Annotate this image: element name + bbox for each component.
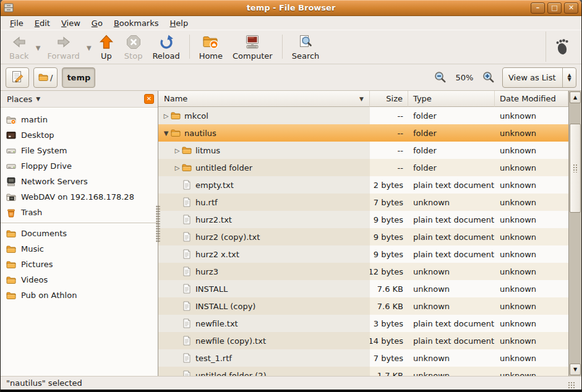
column-label: Type [413,94,432,103]
file-row-newfile-txt[interactable]: newfile.txt3 bytesplain text documentunk… [158,315,568,332]
file-row-hurz3[interactable]: hurz312 bytesunknownunknown [158,263,568,280]
zoom-in-icon [482,70,495,84]
file-name: hurz2.txt [195,215,232,224]
column-header-date-modified[interactable]: Date Modified [495,91,568,107]
file-date-modified: unknown [495,263,568,280]
file-type: folder [408,107,495,124]
expander-collapsed-icon[interactable]: ▷ [173,164,182,171]
zoom-out-button[interactable] [433,70,448,85]
back-dropdown-icon[interactable]: ▼ [34,42,43,51]
sidebar-item-label: Desktop [21,130,54,140]
zoom-in-button[interactable] [481,70,496,85]
pane-splitter[interactable] [156,205,160,242]
minimize-button[interactable]: – [531,2,545,14]
view-mode-label: View as List [503,73,562,82]
file-name: untitled folder (2) [195,371,267,377]
reload-button[interactable]: Reload [147,32,184,62]
file-date-modified: unknown [495,194,568,211]
file-type: plain text document [408,228,495,245]
file-size: 7 bytes [370,194,408,211]
vertical-scrollbar[interactable]: ▲ ▼ [568,91,581,376]
file-name: hurz2 (copy).txt [195,232,260,242]
scrollbar-thumb[interactable] [570,124,581,213]
file-type: folder [408,142,495,159]
stop-icon [126,33,142,51]
file-row-nautilus[interactable]: ▼nautilus--folderunknown [158,124,568,142]
edit-location-button[interactable] [6,67,29,88]
folder-icon [6,229,16,239]
text-file-icon [182,215,192,224]
sidebar-item-music[interactable]: Music [1,241,158,257]
places-close-button[interactable]: ✕ [144,94,154,104]
file-row-untitled-folder-2-[interactable]: untitled folder (2)1.7 KBunknownunknown [158,367,568,376]
sidebar-item-label: Network Servers [21,177,88,186]
sidebar-item-trash[interactable]: Trash [1,205,158,220]
file-row-hurz2-x-txt[interactable]: hurz2 x.txt9 bytesplain text documentunk… [158,245,568,263]
menu-bookmarks[interactable]: Bookmarks [108,17,165,29]
file-row-mkcol[interactable]: ▷mkcol--folderunknown [158,107,568,124]
expander-expanded-icon[interactable]: ▼ [161,130,171,137]
path-temp-button[interactable]: temp [62,67,95,88]
file-size: -- [370,142,408,159]
file-row-hurz2-copy-txt[interactable]: hurz2 (copy).txt9 bytesplain text docume… [158,228,568,245]
scroll-down-button[interactable]: ▼ [570,364,581,375]
file-row-empty-txt[interactable]: empty.txt2 bytesplain text documentunkno… [158,176,568,194]
file-row-untitled-folder[interactable]: ▷untitled folder--folderunknown [158,159,568,176]
file-row-hurz2-txt[interactable]: hurz2.txt9 bytesplain text documentunkno… [158,211,568,228]
forward-dropdown-icon[interactable]: ▼ [85,42,93,51]
expander-collapsed-icon[interactable]: ▷ [173,147,182,154]
resize-grip[interactable] [568,381,576,390]
menu-view[interactable]: View [56,17,86,29]
menu-file[interactable]: File [4,17,29,29]
file-date-modified: unknown [495,211,568,228]
sidebar-item-webdav-on-192-168-178-28[interactable]: WebDAV on 192.168.178.28 [1,189,158,205]
menu-edit[interactable]: Edit [29,17,56,29]
file-date-modified: unknown [495,332,568,349]
folder-icon [6,275,16,285]
sidebar-item-pictures[interactable]: Pictures [1,257,158,272]
file-row-hu-rtf[interactable]: hu.rtf7 bytesunknownunknown [158,194,568,211]
sidebar-item-network-servers[interactable]: Network Servers [1,174,158,189]
forward-button: Forward [43,32,85,62]
sidebar-item-martin[interactable]: martin [1,112,158,127]
column-header-size[interactable]: Size [370,91,408,107]
path-root-button[interactable]: / [33,67,58,88]
scroll-up-button[interactable]: ▲ [570,92,581,103]
view-mode-selector[interactable]: View as List ▲▼ [502,67,576,88]
menu-help[interactable]: Help [165,17,194,29]
toolbar-separator [282,35,283,59]
file-name: nautilus [184,129,216,138]
file-row-install[interactable]: INSTALL7.6 KBunknownunknown [158,280,568,297]
column-header-type[interactable]: Type [408,91,495,107]
folder-icon [6,244,16,254]
file-row-test-1-rtf[interactable]: test_1.rtf7 bytesunknownunknown [158,349,568,367]
sidebar-item-videos[interactable]: Videos [1,272,158,288]
maximize-button[interactable]: □ [547,2,562,14]
computer-button[interactable]: Computer [228,32,278,62]
file-date-modified: unknown [495,142,568,159]
file-row-newfile-copy-txt[interactable]: newfile (copy).txt14 bytesplain text doc… [158,332,568,349]
expander-collapsed-icon[interactable]: ▷ [161,113,171,119]
close-button[interactable]: ✕ [564,2,578,14]
titlebar[interactable]: temp - File Browser –□✕ [1,0,581,16]
sidebar-item-desktop[interactable]: Desktop [1,127,158,143]
reload-icon [158,33,174,51]
sidebar-item-documents[interactable]: Documents [1,226,158,241]
menu-go[interactable]: Go [86,17,108,29]
home-folder-icon [6,115,16,125]
places-title[interactable]: Places [7,95,32,104]
sidebar-item-pub-on-athlon[interactable]: Pub on Athlon [1,288,158,303]
column-header-name[interactable]: Name▼ [158,91,370,107]
file-name: litmus [195,146,220,155]
column-label: Date Modified [500,94,556,103]
sidebar-item-file-system[interactable]: File System [1,143,158,158]
text-file-icon [182,336,192,346]
path-root-label: / [50,73,53,82]
up-button[interactable]: Up [93,32,119,62]
file-row-litmus[interactable]: ▷litmus--folderunknown [158,142,568,159]
file-type: unknown [408,280,495,297]
home-button[interactable]: Home [194,32,228,62]
search-button[interactable]: Search [287,32,325,62]
file-row-install-copy-[interactable]: INSTALL (copy)7.6 KBunknownunknown [158,297,568,315]
sidebar-item-floppy-drive[interactable]: Floppy Drive [1,158,158,174]
